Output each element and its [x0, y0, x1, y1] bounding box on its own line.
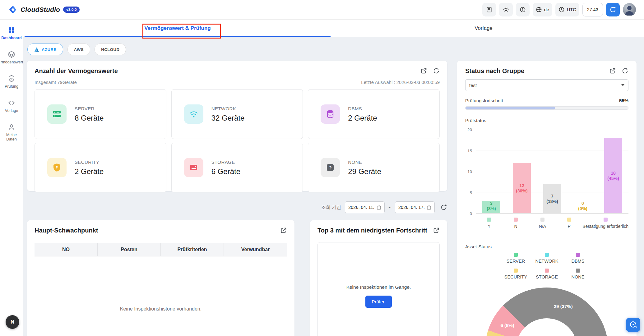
category-tick: N [503, 218, 529, 229]
app-logo-icon [8, 5, 17, 14]
language-label: de [544, 7, 549, 12]
period-end-input[interactable]: 2026. 04. 17. [395, 201, 435, 213]
gridline [476, 129, 628, 129]
tab-strip: Vermögenswert & Prüfung Vorlage [23, 20, 644, 37]
info-button[interactable] [516, 3, 530, 16]
category-tick: Y [476, 218, 503, 229]
legend-item: DBMS [563, 253, 594, 264]
sidebar-item-label: Prüfung [5, 84, 18, 89]
y-tick: 0 [470, 211, 472, 216]
asset-name: DBMS [348, 106, 377, 111]
open-external-icon[interactable] [433, 227, 440, 234]
open-external-icon[interactable] [280, 227, 287, 234]
asset-card-security[interactable]: SECURITY2 Geräte [35, 143, 166, 192]
y-tick: 15 [467, 149, 472, 153]
refresh-icon[interactable] [622, 67, 628, 74]
tab-asset-inspection[interactable]: Vermögenswert & Prüfung [25, 20, 331, 37]
period-refresh-icon[interactable] [440, 204, 447, 211]
legend-item: SECURITY [500, 269, 531, 279]
timer-value: 27:43 [587, 7, 598, 12]
legend-label: SECURITY [504, 274, 527, 279]
group-select[interactable]: test [465, 79, 628, 91]
column-header: Posten [98, 243, 161, 256]
board-icon [486, 7, 492, 13]
asset-name: NETWORK [211, 106, 245, 111]
timezone-label: UTC [567, 7, 576, 12]
asset-name: NONE [348, 159, 381, 165]
asset-count: 29 Geräte [348, 167, 381, 176]
session-timer[interactable]: 27:43 [582, 3, 603, 16]
refresh-icon[interactable] [433, 67, 440, 74]
bar-chart: 05101520 3 (8%)12 (30%)7 (18%)0 (0%)18 (… [465, 130, 628, 214]
legend-color-swatch [576, 269, 580, 273]
sidebar-item-assets[interactable]: rmögenswert [0, 48, 23, 72]
refresh-session-button[interactable] [606, 3, 620, 16]
page: CloudStudio v3.0.0 de UTC 27:43 [0, 0, 644, 336]
asset-status-label: Asset-Status [465, 244, 492, 249]
column-header: Verwundbar [224, 243, 287, 256]
calendar-icon [377, 205, 381, 210]
asset-overview-card: Anzahl der Vermögenswerte Insgesamt 79Ge… [27, 61, 447, 191]
provider-label: AWS [74, 47, 84, 52]
asset-grid: SERVER8 Geräte NETWORK32 Geräte DBMS2 Ge… [35, 89, 440, 192]
category-color-swatch [604, 218, 608, 222]
legend-label: STORAGE [536, 274, 558, 279]
asset-card-storage[interactable]: STORAGE6 Geräte [171, 143, 303, 192]
language-button[interactable]: de [533, 3, 552, 16]
sidebar-item-inspection[interactable]: Prüfung [0, 72, 23, 97]
sidebar-item-dashboard[interactable]: Dashboard [0, 24, 23, 48]
column-header: NO [35, 243, 98, 256]
open-external-icon[interactable] [609, 67, 616, 74]
provider-label: NCLOUD [101, 47, 119, 52]
donut-chart: 29 (37%)2 (3%)2 (3%)6 (8%) [485, 288, 608, 336]
category-tick: P [556, 218, 582, 229]
donut-slice-label: 29 (37%) [554, 303, 573, 309]
floating-avatar-button[interactable]: N [6, 315, 19, 329]
provider-ncloud-button[interactable]: NCLOUD [95, 44, 126, 55]
bar-categories: YNN/APBestätigung erforderlich [476, 218, 628, 229]
card-title: Top 3 mit dem niedrigsten Fortschritt [317, 227, 427, 234]
period-label: 조회 기간 [321, 205, 341, 210]
open-external-icon[interactable] [420, 67, 427, 74]
lowest-progress-card: Top 3 mit dem niedrigsten Fortschritt Ke… [310, 220, 447, 336]
app-title: CloudStudio [21, 6, 60, 13]
bar-value-label: 0 (0%) [578, 201, 587, 211]
period-start-input[interactable]: 2026. 04. 11. [345, 201, 385, 213]
bar-value-label: 12 (30%) [516, 183, 527, 194]
empty-state-box: Keine Inspektionen im Gange. Prüfen [317, 242, 440, 336]
provider-label: AZURE [42, 47, 57, 52]
asset-card-dbms[interactable]: DBMS2 Geräte [308, 89, 440, 139]
empty-state-text: Keine Inspektionshistorie vorhanden. [35, 306, 287, 312]
tab-label: Vermögenswert & Prüfung [144, 25, 211, 31]
y-tick: 20 [467, 127, 472, 132]
asset-count: 6 Geräte [211, 167, 240, 176]
asset-card-network[interactable]: NETWORK32 Geräte [171, 89, 303, 139]
provider-azure-button[interactable]: AZURE [27, 44, 63, 55]
inspect-button[interactable]: Prüfen [365, 296, 391, 308]
y-tick: 10 [467, 169, 472, 174]
sidebar-item-my-data[interactable]: Meine Daten [0, 121, 23, 145]
board-button[interactable] [482, 3, 496, 16]
dashboard-icon [8, 26, 15, 34]
chat-support-button[interactable] [626, 318, 640, 332]
provider-aws-button[interactable]: AWS [67, 44, 90, 55]
user-avatar[interactable] [623, 3, 636, 16]
legend-color-swatch [514, 269, 518, 273]
bar-value-label: 3 (8%) [487, 201, 496, 211]
tab-label: Vorlage [475, 25, 493, 31]
floating-avatar-letter: N [11, 319, 14, 325]
tab-template[interactable]: Vorlage [331, 20, 637, 37]
asset-name: STORAGE [211, 159, 240, 165]
category-color-swatch [567, 218, 571, 222]
timezone-button[interactable]: UTC [555, 3, 579, 16]
asset-card-none[interactable]: ? NONE29 Geräte [308, 143, 440, 192]
sidebar-item-template[interactable]: Vorlage [0, 97, 23, 121]
card-title: Status nach Gruppe [465, 67, 524, 75]
group-select-value: test [469, 83, 477, 88]
asset-count: 2 Geräte [348, 114, 377, 122]
theme-toggle-button[interactable] [499, 3, 513, 16]
bar-plot: 3 (8%)12 (30%)7 (18%)0 (0%)18 (45%) [476, 130, 628, 214]
asset-card-server[interactable]: SERVER8 Geräte [35, 89, 166, 139]
bar-value-label: 7 (18%) [546, 194, 558, 204]
asset-name: SECURITY [75, 159, 104, 165]
